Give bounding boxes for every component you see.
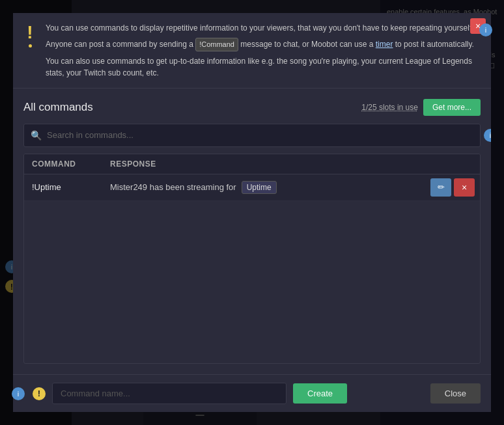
get-more-button[interactable]: Get more...	[423, 99, 481, 116]
col-command: COMMAND	[24, 154, 102, 174]
banner-info-button[interactable]: i	[479, 23, 492, 36]
response-text: Mister249 has been streaming for	[110, 182, 236, 192]
search-row: 🔍 i	[23, 124, 481, 147]
banner-text: You can use commands to display repetiti…	[46, 22, 481, 79]
commands-title: All commands	[23, 101, 93, 114]
search-input[interactable]	[47, 130, 473, 140]
create-bar-info-button[interactable]: i	[12, 387, 25, 400]
banner-para3: You can also use commands to get up-to-d…	[46, 55, 481, 79]
banner-para2: Anyone can post a command by sending a !…	[46, 38, 481, 51]
create-bar-warning-icon: !	[33, 387, 46, 400]
banner-para1: You can use commands to display repetiti…	[46, 22, 481, 34]
slots-group: 1/25 slots in use Get more...	[361, 99, 481, 116]
create-bar: i ! Create Close	[13, 374, 491, 412]
table-header: COMMAND RESPONSE	[24, 154, 480, 174]
command-cell: !Uptime	[24, 176, 102, 199]
search-info-button[interactable]: i	[484, 129, 491, 142]
timer-link[interactable]: timer	[376, 40, 393, 49]
table-row: !Uptime Mister249 has been streaming for…	[24, 174, 480, 201]
response-cell: Mister249 has been streaming for Uptime	[102, 174, 430, 200]
banner-para2-pre: Anyone can post a command by sending a	[46, 40, 193, 49]
command-name-input[interactable]	[52, 383, 287, 404]
banner-para2-post: message to chat, or Moobot can use a	[240, 40, 373, 49]
col-response: RESPONSE	[102, 154, 421, 174]
commands-modal: ! You can use commands to display repeti…	[13, 13, 491, 412]
delete-button[interactable]: ×	[454, 178, 475, 197]
close-button[interactable]: Close	[430, 383, 481, 404]
search-icon: 🔍	[31, 130, 42, 141]
icommand-badge: !Command	[195, 38, 238, 51]
commands-section: All commands 1/25 slots in use Get more.…	[13, 89, 491, 375]
exclamation-icon: !	[23, 23, 36, 48]
info-banner: ! You can use commands to display repeti…	[13, 13, 491, 89]
uptime-badge: Uptime	[242, 181, 277, 194]
banner-para2-end: to post it automatically.	[395, 40, 474, 49]
commands-header: All commands 1/25 slots in use Get more.…	[23, 99, 481, 116]
row-actions: ✏ ×	[430, 178, 475, 197]
edit-button[interactable]: ✏	[430, 178, 451, 197]
commands-table: COMMAND RESPONSE !Uptime Mister249 has b…	[23, 154, 481, 364]
create-button[interactable]: Create	[293, 383, 347, 404]
slots-text: 1/25 slots in use	[361, 103, 418, 112]
